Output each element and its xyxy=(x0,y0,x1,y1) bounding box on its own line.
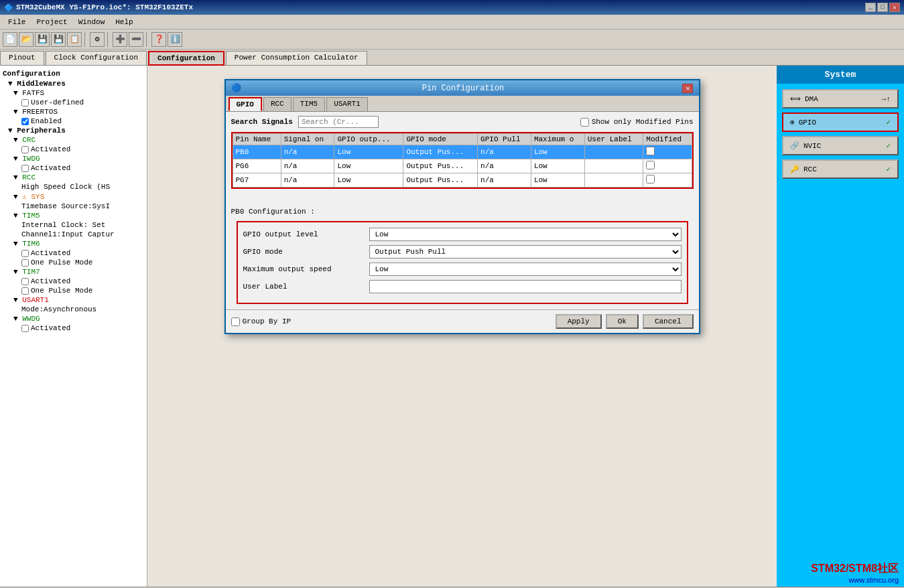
menu-project[interactable]: Project xyxy=(31,17,72,27)
tree-iwdg[interactable]: ▼ IWDG xyxy=(0,154,147,163)
add-button[interactable]: ➕ xyxy=(113,32,127,47)
pin-table-wrapper: Pin Name Signal on GPIO outp... GPIO mod… xyxy=(231,132,694,189)
gpio-mode-select[interactable]: Output Push Pull Output Open Drain xyxy=(369,245,682,259)
tree-usart1-mode: Mode:Asynchronous xyxy=(0,305,147,314)
iwdg-activated-label: Activated xyxy=(31,164,70,172)
cell-label xyxy=(584,159,643,173)
dialog-tab-gpio[interactable]: GPIO xyxy=(229,97,262,111)
dialog-tab-rcc[interactable]: RCC xyxy=(263,97,292,111)
rcc-label: RCC xyxy=(803,165,817,173)
tree-tim5[interactable]: ▼ TIM5 xyxy=(0,211,147,220)
tab-pinout[interactable]: Pinout xyxy=(0,51,44,65)
dma-icon: ⟺ xyxy=(790,94,801,103)
tree-rcc-hsc: High Speed Clock (HS xyxy=(0,182,147,192)
info-button[interactable]: ℹ️ xyxy=(168,32,182,47)
tree-rcc[interactable]: ▼ RCC xyxy=(0,173,147,182)
open-button[interactable]: 📂 xyxy=(19,32,34,47)
cell-output: Low xyxy=(334,145,403,159)
cell-pull: n/a xyxy=(478,173,531,188)
dialog-tab-usart1[interactable]: USART1 xyxy=(326,97,368,111)
row0-modified-checkbox[interactable] xyxy=(646,147,655,155)
nvic-button[interactable]: 🔗 NVIC ✓ xyxy=(782,136,899,155)
copy-button[interactable]: 📋 xyxy=(67,32,82,47)
nvic-icon: 🔗 xyxy=(790,141,799,150)
tree-crc[interactable]: ▼ CRC xyxy=(0,135,147,145)
dialog-overlay: 🔵 Pin Configuration ✕ GPIO RCC TIM5 USAR… xyxy=(147,66,777,587)
table-row[interactable]: PB0 n/a Low Output Pus... n/a Low xyxy=(233,145,692,159)
cell-signal: n/a xyxy=(281,159,334,173)
freertos-enabled-label: Enabled xyxy=(31,117,62,125)
tree-freertos[interactable]: ▼ FREERTOS xyxy=(0,107,147,117)
tree-usart1[interactable]: ▼ USART1 xyxy=(0,295,147,305)
save-as-button[interactable]: 💾 xyxy=(51,32,66,47)
tab-configuration[interactable]: Configuration xyxy=(148,51,224,66)
toolbar-sep3 xyxy=(146,32,149,47)
rcc-system-button[interactable]: 🔑 RCC ✓ xyxy=(782,159,899,179)
menu-window[interactable]: Window xyxy=(73,17,111,27)
dialog-title-text: Pin Configuration xyxy=(422,84,504,93)
toolbar: 📄 📂 💾 💾 📋 ⚙️ ➕ ➖ ❓ ℹ️ xyxy=(0,29,904,50)
remove-button[interactable]: ➖ xyxy=(129,32,143,47)
pin-config-dialog: 🔵 Pin Configuration ✕ GPIO RCC TIM5 USAR… xyxy=(224,79,700,334)
group-by-ip-checkbox[interactable] xyxy=(231,317,240,326)
tree-tim7[interactable]: ▼ TIM7 xyxy=(0,267,147,277)
freertos-enabled-checkbox[interactable] xyxy=(21,118,29,125)
save-button[interactable]: 💾 xyxy=(35,32,50,47)
apply-button[interactable]: Apply xyxy=(556,314,602,329)
dialog-tab-tim5[interactable]: TIM5 xyxy=(293,97,325,111)
ok-button[interactable]: Ok xyxy=(606,314,639,329)
tree-tim6[interactable]: ▼ TIM6 xyxy=(0,239,147,248)
rcc-hsc-label: High Speed Clock (HS xyxy=(21,183,110,191)
cancel-button[interactable]: Cancel xyxy=(643,314,694,329)
table-row[interactable]: PG7 n/a Low Output Pus... n/a Low xyxy=(233,173,692,188)
tim7-opm-checkbox[interactable] xyxy=(21,287,29,295)
left-panel: Configuration ▼ MiddleWares ▼ FATFS User… xyxy=(0,66,147,587)
menu-file[interactable]: File xyxy=(3,17,31,27)
help-button[interactable]: ❓ xyxy=(151,32,166,47)
table-row[interactable]: PG6 n/a Low Output Pus... n/a Low xyxy=(233,159,692,173)
user-label-input[interactable] xyxy=(369,280,682,293)
close-button[interactable]: ✕ xyxy=(889,3,900,12)
iwdg-activated-checkbox[interactable] xyxy=(21,165,29,172)
tree-crc-activated: Activated xyxy=(0,145,147,154)
dma-arrow-icon: →↑ xyxy=(882,95,891,103)
gpio-button[interactable]: ⊕ GPIO ✓ xyxy=(782,113,899,132)
col-max: Maximum o xyxy=(531,134,584,145)
dma-button[interactable]: ⟺ DMA →↑ xyxy=(782,89,899,108)
show-modified-checkbox[interactable] xyxy=(580,118,589,127)
search-input[interactable] xyxy=(298,116,379,128)
row2-modified-checkbox[interactable] xyxy=(646,175,655,183)
tim5-ch1-label: Channel1:Input Captur xyxy=(21,230,115,238)
tim6-activated-label: Activated xyxy=(31,249,70,257)
gpio-output-level-select[interactable]: Low High xyxy=(369,228,682,241)
tim7-activated-checkbox[interactable] xyxy=(21,278,29,285)
fatfs-user-checkbox[interactable] xyxy=(21,99,29,106)
menu-help[interactable]: Help xyxy=(110,17,138,27)
row1-modified-checkbox[interactable] xyxy=(646,161,655,169)
crc-activated-checkbox[interactable] xyxy=(21,146,29,153)
tree-middlewares[interactable]: ▼ MiddleWares xyxy=(0,79,147,88)
new-button[interactable]: 📄 xyxy=(3,32,17,47)
dialog-close-button[interactable]: ✕ xyxy=(682,84,693,93)
show-modified-label: Show only Modified Pins xyxy=(592,118,694,126)
tim6-activated-checkbox[interactable] xyxy=(21,250,29,257)
toolbar-sep2 xyxy=(107,32,110,47)
tree-sys[interactable]: ▼ ⚠ SYS xyxy=(0,192,147,202)
tree-wwdg[interactable]: ▼ WWDG xyxy=(0,314,147,323)
usart1-mode-label: Mode:Asynchronous xyxy=(21,305,96,313)
tab-power[interactable]: Power Consumption Calculator xyxy=(226,51,367,65)
config-row-max-speed: Maximum output speed Low Medium High xyxy=(243,263,682,276)
generate-button[interactable]: ⚙️ xyxy=(90,32,105,47)
nvic-check-icon: ✓ xyxy=(886,141,891,150)
minimize-button[interactable]: _ xyxy=(865,3,876,12)
maximize-button[interactable]: □ xyxy=(877,3,888,12)
tab-clock[interactable]: Clock Configuration xyxy=(46,51,147,65)
fatfs-user-label: User-defined xyxy=(31,98,84,106)
tree-peripherals[interactable]: ▼ Peripherals xyxy=(0,126,147,135)
crc-activated-label: Activated xyxy=(31,145,70,153)
tim6-opm-checkbox[interactable] xyxy=(21,259,29,267)
tree-fatfs[interactable]: ▼ FATFS xyxy=(0,88,147,98)
wwdg-activated-checkbox[interactable] xyxy=(21,325,29,332)
dialog-footer: Group By IP Apply Ok Cancel xyxy=(226,309,699,333)
max-speed-select[interactable]: Low Medium High xyxy=(369,263,682,276)
